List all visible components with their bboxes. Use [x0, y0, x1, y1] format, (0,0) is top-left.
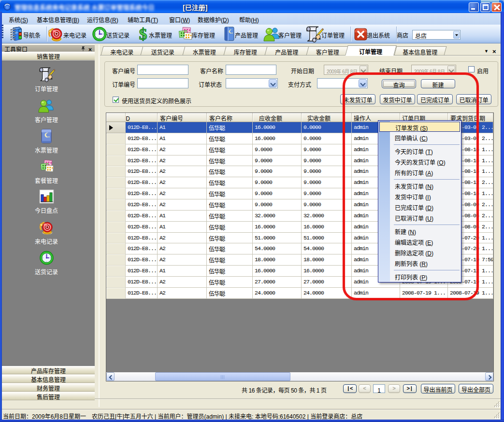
- svg-text:$: $: [139, 26, 147, 42]
